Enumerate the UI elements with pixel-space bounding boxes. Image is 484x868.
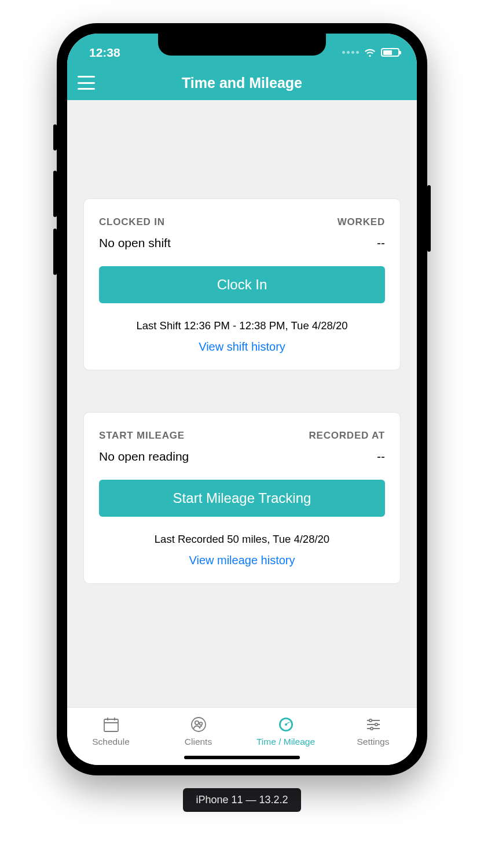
cellular-icon	[342, 51, 359, 54]
mileage-card: START MILEAGE RECORDED AT No open readin…	[83, 412, 401, 584]
clock-in-button[interactable]: Clock In	[99, 266, 385, 303]
side-button	[53, 124, 57, 150]
svg-point-15	[370, 727, 372, 730]
last-shift-text: Last Shift 12:36 PM - 12:38 PM, Tue 4/28…	[99, 319, 385, 332]
view-shift-history-link[interactable]: View shift history	[99, 340, 385, 354]
view-mileage-history-link[interactable]: View mileage history	[99, 554, 385, 567]
recorded-at-value: --	[377, 450, 385, 464]
clock-icon	[277, 715, 295, 734]
start-mileage-label: START MILEAGE	[99, 430, 185, 442]
clocked-in-value: No open shift	[99, 236, 171, 250]
svg-point-9	[285, 723, 287, 726]
start-mileage-button[interactable]: Start Mileage Tracking	[99, 480, 385, 517]
page-title: Time and Mileage	[67, 75, 417, 91]
svg-point-4	[192, 718, 206, 731]
start-mileage-value: No open reading	[99, 450, 189, 464]
status-icons	[342, 47, 399, 58]
svg-rect-0	[104, 719, 118, 731]
calendar-icon	[102, 715, 120, 734]
worked-label: WORKED	[338, 216, 385, 228]
sliders-icon	[364, 715, 383, 734]
worked-value: --	[377, 236, 385, 250]
svg-point-5	[195, 721, 198, 724]
notch	[158, 34, 326, 56]
menu-button[interactable]	[78, 76, 95, 90]
tab-label: Schedule	[92, 737, 130, 747]
wifi-icon	[364, 47, 376, 58]
last-mileage-text: Last Recorded 50 miles, Tue 4/28/20	[99, 533, 385, 546]
shift-card: CLOCKED IN WORKED No open shift -- Clock…	[83, 198, 401, 370]
side-button	[53, 229, 57, 275]
svg-point-13	[369, 719, 371, 722]
status-time: 12:38	[89, 46, 120, 60]
tab-clients[interactable]: Clients	[155, 708, 242, 755]
nav-bar: Time and Mileage	[67, 65, 417, 100]
device-label: iPhone 11 — 13.2.2	[183, 788, 300, 812]
svg-point-6	[199, 722, 202, 725]
side-button	[53, 171, 57, 217]
side-button	[427, 185, 431, 252]
tab-label: Clients	[185, 737, 212, 747]
home-indicator[interactable]	[184, 756, 300, 759]
people-icon	[189, 715, 208, 734]
screen: 12:38 Time and Mileage CLOCKED IN WORKED	[67, 34, 417, 765]
content-area[interactable]: CLOCKED IN WORKED No open shift -- Clock…	[67, 100, 417, 707]
phone-frame: 12:38 Time and Mileage CLOCKED IN WORKED	[57, 23, 427, 775]
tab-time-mileage[interactable]: Time / Mileage	[242, 708, 329, 755]
tab-settings[interactable]: Settings	[329, 708, 417, 755]
clocked-in-label: CLOCKED IN	[99, 216, 165, 228]
battery-icon	[381, 48, 399, 57]
tab-schedule[interactable]: Schedule	[67, 708, 155, 755]
recorded-at-label: RECORDED AT	[309, 430, 385, 442]
tab-label: Time / Mileage	[256, 737, 315, 747]
tab-label: Settings	[357, 737, 389, 747]
svg-point-14	[375, 723, 377, 726]
